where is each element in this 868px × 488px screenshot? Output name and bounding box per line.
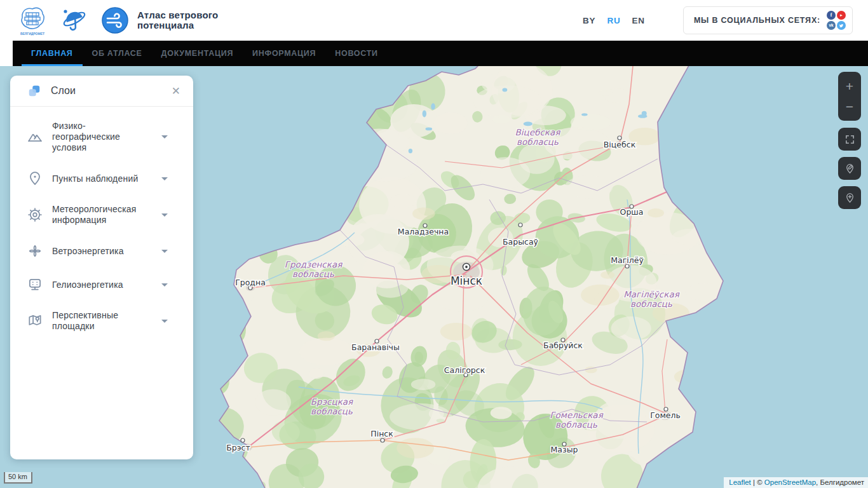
map-pin-icon [27,170,43,187]
map-controls: + − [838,72,861,209]
youtube-icon[interactable]: ► [837,11,846,20]
map-scale: 50 km [4,472,32,484]
region-label: Брэсцкая [311,396,353,407]
layer-item-label: Физико-географические условия [52,121,153,153]
city-label: Мінск [451,274,482,287]
city-label: Орша [620,207,644,217]
gear-icon [27,207,43,223]
tab-novosti[interactable]: НОВОСТИ [325,41,387,66]
draw-marker-button[interactable] [838,157,861,180]
city-label: Барысаў [503,237,539,247]
tab-glavnaya[interactable]: ГЛАВНАЯ [22,41,83,66]
chevron-down-icon[interactable] [161,283,168,287]
layer-item-label: Пункты наблюдений [52,173,153,184]
chevron-down-icon[interactable] [161,250,168,253]
add-marker-button[interactable] [838,186,861,209]
region-label: вобласць [630,299,672,309]
language-switcher: BY RU EN [583,16,645,25]
layer-item-perspective-sites[interactable]: Перспективные площадки [27,310,186,332]
social-icons: f ► vk [827,11,846,30]
chevron-down-icon[interactable] [161,177,168,180]
city-dot [241,438,245,442]
wind-fan-icon [27,243,43,259]
tab-informaciya[interactable]: ИНФОРМАЦИЯ [243,41,325,66]
city-dot [381,438,384,442]
lang-en[interactable]: EN [632,16,645,25]
region-label: вобласць [517,137,559,147]
city-label: Пінск [370,429,393,438]
city-label: Бабруйск [543,341,583,350]
layer-item-physical-geography[interactable]: Физико-географические условия [27,121,186,153]
mountains-icon [27,129,43,146]
osm-link[interactable]: OpenStreetMap [764,478,816,486]
meteo-umbrella-logo [61,6,88,34]
layer-item-observation-points[interactable]: Пункты наблюдений [27,170,186,187]
close-icon[interactable]: ✕ [169,83,183,99]
layers-list: Физико-географические условия Пункты наб… [10,107,193,332]
social-box: МЫ В СОЦИАЛЬНЫХ СЕТЯХ: f ► vk [683,6,853,34]
lang-ru[interactable]: RU [607,16,620,25]
city-label: Мазыр [551,445,578,454]
chevron-down-icon[interactable] [161,135,168,139]
layer-item-solar-energy[interactable]: Гелиоэнергетика [27,276,186,293]
fullscreen-button[interactable] [838,128,861,151]
wind-atlas-logo [102,7,128,34]
app-header: БЕЛГИДРОМЕТ Атлас ветрового потенциала B… [0,0,868,41]
layer-item-label: Ветроэнергетика [52,246,153,257]
layers-panel-title: Слои [51,85,76,97]
city-label: Баранавічы [351,342,400,352]
twitter-icon[interactable] [837,21,846,30]
social-label: МЫ В СОЦИАЛЬНЫХ СЕТЯХ: [694,16,820,25]
layer-item-label: Гелиоэнергетика [52,280,153,290]
solar-panel-icon [27,276,43,293]
city-label: Салігорск [444,365,485,375]
city-label: Маладзечна [398,227,449,236]
main-nav: ГЛАВНАЯ ОБ АТЛАСЕ ДОКУМЕНТАЦИЯ ИНФОРМАЦИ… [13,41,868,66]
region-label: вобласць [292,269,334,279]
vk-icon[interactable]: vk [827,21,836,30]
layers-icon [27,84,41,98]
layer-item-wind-energy[interactable]: Ветроэнергетика [27,243,186,259]
map-sites-icon [27,313,43,329]
region-label: вобласць [555,419,597,430]
page-title: Атлас ветрового потенциала [137,10,239,30]
chevron-down-icon[interactable] [161,214,168,217]
city-label: Брэст [226,443,250,452]
leaflet-link[interactable]: Leaflet [729,478,751,486]
layer-item-label: Метеорологическая информация [52,204,153,226]
map-attribution: Leaflet | © OpenStreetMap, Белгидромет [724,477,868,488]
region-label: Магілёўская [623,289,680,299]
city-label: Магілёў [611,255,644,265]
belgidromet-logo: БЕЛГИДРОМЕТ [18,4,47,37]
tab-dokumentaciya[interactable]: ДОКУМЕНТАЦИЯ [152,41,243,66]
region-label: вобласць [311,406,353,416]
tab-ob-atlase[interactable]: ОБ АТЛАСЕ [83,41,152,66]
region-label: Гомельская [550,410,603,420]
city-label: Віцебск [604,140,636,149]
region-label: Гродзенская [285,259,343,269]
zoom-control: + − [838,72,861,121]
city-label: Гомель [650,410,681,420]
svg-text:БЕЛГИДРОМЕТ: БЕЛГИДРОМЕТ [20,32,44,36]
map-area: ВіцебскаявобласцьГродзенскаявобласцьМагі… [0,66,868,488]
layer-item-meteo-info[interactable]: Метеорологическая информация [27,204,186,226]
city-dot [519,223,522,227]
layers-panel-header: Слои ✕ [10,76,193,107]
city-label: Гродна [235,278,266,287]
layer-item-label: Перспективные площадки [52,310,153,332]
lang-by[interactable]: BY [583,16,595,25]
capital-marker-dot [465,266,468,268]
facebook-icon[interactable]: f [827,11,836,20]
zoom-out-button[interactable]: − [846,100,853,113]
layers-panel: Слои ✕ Физико-географические условия [10,76,193,459]
zoom-in-button[interactable]: + [846,79,853,93]
chevron-down-icon[interactable] [161,320,168,323]
region-label: Віцебская [515,127,561,137]
